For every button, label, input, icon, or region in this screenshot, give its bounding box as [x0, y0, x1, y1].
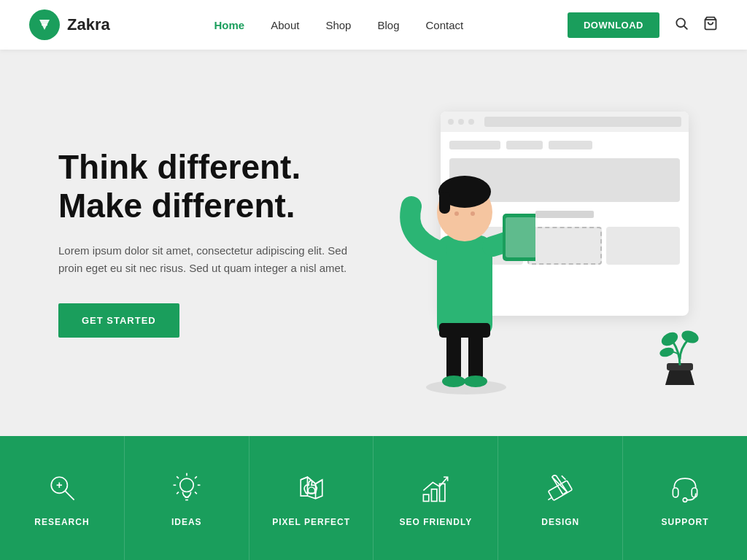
support-icon: [666, 469, 704, 507]
ideas-icon: [168, 469, 206, 507]
feature-support[interactable]: SUPPORT: [623, 436, 747, 560]
feature-design-label: DESIGN: [541, 517, 579, 527]
svg-rect-43: [673, 488, 678, 497]
feature-research[interactable]: RESEARCH: [0, 436, 125, 560]
svg-rect-13: [439, 192, 450, 214]
feature-pixel-perfect[interactable]: PIXEL PERFECT: [249, 436, 374, 560]
svg-rect-5: [468, 330, 483, 381]
hero-illustration: [368, 90, 703, 396]
svg-line-32: [177, 492, 179, 494]
svg-line-31: [195, 492, 197, 494]
hero-subtitle: Lorem ipsum dolor sit amet, consectetur …: [58, 242, 365, 277]
svg-point-45: [683, 498, 687, 502]
feature-pixel-perfect-label: PIXEL PERFECT: [272, 517, 350, 527]
logo-name: Zakra: [67, 15, 110, 34]
svg-rect-4: [446, 330, 461, 381]
nav-contact[interactable]: Contact: [425, 19, 463, 31]
svg-line-27: [195, 476, 197, 478]
features-bar: RESEARCH IDEAS: [0, 436, 747, 560]
person-svg: [390, 119, 535, 396]
seo-friendly-icon: [417, 469, 454, 507]
svg-line-42: [562, 475, 566, 480]
feature-support-label: SUPPORT: [662, 517, 709, 527]
feature-design[interactable]: DESIGN: [498, 436, 623, 560]
nav-blog[interactable]: Blog: [377, 19, 399, 31]
svg-point-7: [464, 376, 487, 387]
feature-ideas[interactable]: IDEAS: [125, 436, 249, 560]
logo-icon: [29, 9, 60, 40]
svg-rect-16: [439, 323, 490, 338]
cart-icon[interactable]: [703, 16, 718, 34]
logo[interactable]: Zakra: [29, 9, 110, 40]
svg-line-40: [549, 497, 553, 500]
pixel-perfect-icon: [293, 469, 330, 507]
svg-line-22: [66, 491, 74, 500]
svg-point-15: [471, 211, 475, 216]
hero-title: Think different. Make different.: [58, 148, 365, 225]
search-icon[interactable]: [674, 16, 689, 34]
design-icon: [541, 469, 579, 507]
research-icon: [43, 469, 81, 507]
svg-rect-44: [692, 488, 697, 497]
svg-point-0: [676, 18, 685, 27]
plant-svg: [652, 323, 711, 389]
nav-shop[interactable]: Shop: [325, 19, 351, 31]
nav-home[interactable]: Home: [214, 19, 245, 31]
svg-point-20: [659, 346, 675, 359]
hero-section: Think different. Make different. Lorem i…: [0, 50, 747, 436]
svg-point-18: [659, 330, 681, 349]
svg-point-25: [180, 478, 193, 491]
header: Zakra Home About Shop Blog Contact DOWNL…: [0, 0, 747, 50]
get-started-button[interactable]: GET STARTED: [58, 303, 179, 338]
feature-ideas-label: IDEAS: [171, 517, 202, 527]
nav-about[interactable]: About: [271, 19, 299, 31]
hero-content: Think different. Make different. Lorem i…: [58, 148, 365, 338]
download-button[interactable]: DOWNLOAD: [568, 12, 659, 38]
feature-seo-label: SEO FRIENDLY: [400, 517, 473, 527]
main-nav: Home About Shop Blog Contact: [214, 19, 464, 31]
svg-line-28: [177, 476, 179, 478]
svg-rect-10: [506, 217, 535, 257]
feature-research-label: RESEARCH: [34, 517, 89, 527]
svg-point-19: [680, 328, 700, 345]
svg-rect-37: [432, 489, 437, 502]
header-right: DOWNLOAD: [568, 12, 718, 38]
svg-rect-36: [424, 494, 429, 501]
svg-point-14: [454, 211, 459, 216]
svg-point-6: [442, 376, 465, 387]
feature-seo-friendly[interactable]: SEO FRIENDLY: [374, 436, 498, 560]
svg-line-1: [684, 26, 688, 29]
